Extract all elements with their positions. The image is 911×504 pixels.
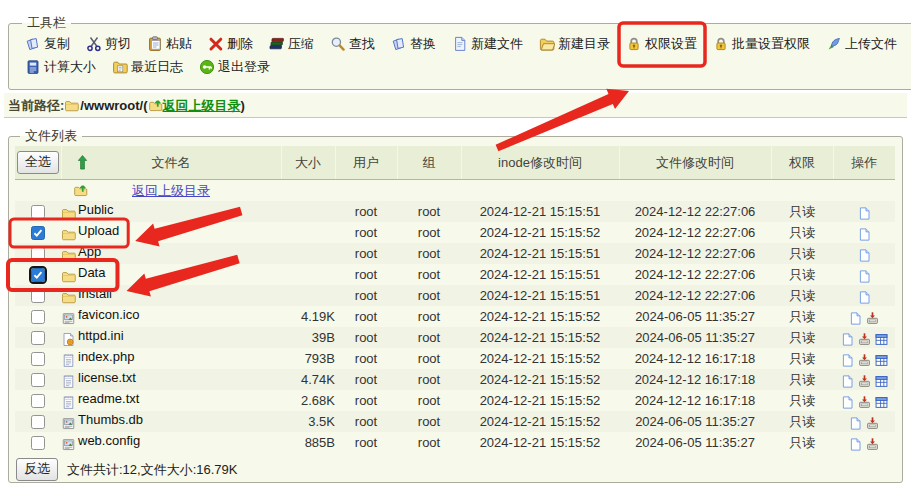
download-icon-web.config[interactable]: [865, 437, 880, 452]
file-group: root: [397, 285, 461, 306]
empty-cell: [397, 180, 461, 202]
inode-modified-time: 2024-12-21 15:15:52: [461, 348, 619, 369]
toolbar-item-label: 新建文件: [471, 35, 523, 53]
file-group: root: [397, 306, 461, 327]
file-row-web.config: web.config885Brootroot2024-12-21 15:15:5…: [15, 432, 895, 453]
file-name-link-license.txt[interactable]: license.txt: [78, 370, 136, 385]
copy-icon-Thumbs.db[interactable]: [848, 416, 863, 431]
row-checkbox-index.php[interactable]: [31, 352, 45, 366]
copy-icon-index.php[interactable]: [840, 353, 855, 368]
checkbox-cell: [15, 306, 61, 327]
copy-icon-web.config[interactable]: [848, 437, 863, 452]
copy-icon-httpd.ini[interactable]: [840, 332, 855, 347]
row-checkbox-Upload[interactable]: [31, 226, 45, 240]
checkbox-cell: [15, 243, 61, 264]
checkbox-cell: [15, 432, 61, 453]
empty-cell: [335, 180, 397, 202]
toolbar-item-replace[interactable]: 替换: [391, 35, 436, 53]
select-all-button[interactable]: 全选: [17, 151, 59, 174]
row-checkbox-Thumbs.db[interactable]: [31, 415, 45, 429]
file-size: [281, 243, 335, 264]
toolbar-item-paste[interactable]: 粘贴: [147, 35, 192, 53]
go-parent-directory-link[interactable]: 返回上级目录: [163, 97, 241, 115]
toolbar-item-permission-settings[interactable]: 权限设置: [626, 35, 697, 53]
edit-icon-readme.txt[interactable]: [874, 395, 889, 410]
toolbar-item-find[interactable]: 查找: [330, 35, 375, 53]
file-name-link-Thumbs.db[interactable]: Thumbs.db: [78, 412, 143, 427]
file-list-legend: 文件列表: [20, 127, 82, 145]
download-icon-Thumbs.db[interactable]: [865, 416, 880, 431]
copy-icon-favicon.ico[interactable]: [848, 311, 863, 326]
copy-icon-license.txt[interactable]: [840, 374, 855, 389]
summary-row: 反选 文件共计:12,文件大小:16.79K: [15, 458, 896, 481]
copy-icon-Public[interactable]: [857, 206, 872, 221]
file-modified-time: 2024-12-12 22:27:06: [619, 264, 771, 285]
toolbar-item-delete[interactable]: 删除: [208, 35, 253, 53]
ini-file-icon: [61, 332, 76, 347]
toolbar-row-2: 计算大小最近日志退出登录: [17, 55, 905, 78]
file-modified-time: 2024-06-05 11:35:27: [619, 306, 771, 327]
invert-select-button[interactable]: 反选: [16, 458, 58, 481]
download-icon-index.php[interactable]: [857, 353, 872, 368]
file-name-link-Install[interactable]: Install: [78, 286, 112, 301]
file-name-link-App[interactable]: App: [78, 244, 101, 259]
parent-directory-link[interactable]: 返回上级目录: [132, 183, 210, 198]
file-name-cell: license.txt: [61, 369, 281, 390]
copy-icon-App[interactable]: [857, 248, 872, 263]
row-checkbox-App[interactable]: [31, 247, 45, 261]
row-checkbox-web.config[interactable]: [31, 436, 45, 450]
toolbar-item-logout[interactable]: 退出登录: [199, 58, 270, 76]
edit-icon-httpd.ini[interactable]: [874, 332, 889, 347]
file-name-link-index.php[interactable]: index.php: [78, 349, 134, 364]
file-permission: 只读: [771, 432, 833, 453]
file-user: root: [335, 243, 397, 264]
toolbar-item-cut[interactable]: 剪切: [86, 35, 131, 53]
row-checkbox-favicon.ico[interactable]: [31, 310, 45, 324]
download-icon-favicon.ico[interactable]: [865, 311, 880, 326]
file-name-link-readme.txt[interactable]: readme.txt: [78, 391, 139, 406]
toolbar-item-batch-permissions[interactable]: 批量设置权限: [713, 35, 810, 53]
download-icon-httpd.ini[interactable]: [857, 332, 872, 347]
copy-icon-readme.txt[interactable]: [840, 395, 855, 410]
checkbox-cell: [15, 327, 61, 348]
copy-icon-Install[interactable]: [857, 290, 872, 305]
operations-cell: [833, 243, 895, 264]
download-icon-readme.txt[interactable]: [857, 395, 872, 410]
toolbar-item-upload-file[interactable]: 上传文件: [826, 35, 897, 53]
file-row-readme.txt: readme.txt2.68Krootroot2024-12-21 15:15:…: [15, 390, 895, 411]
row-checkbox-readme.txt[interactable]: [31, 394, 45, 408]
file-name-link-httpd.ini[interactable]: httpd.ini: [78, 328, 124, 343]
copy-icon-Data[interactable]: [857, 269, 872, 284]
row-checkbox-httpd.ini[interactable]: [31, 331, 45, 345]
copy-icon-Upload[interactable]: [857, 227, 872, 242]
toolbar-item-new-dir[interactable]: 新建目录: [539, 35, 610, 53]
toolbar-item-copy[interactable]: 复制: [25, 35, 70, 53]
toolbar-item-label: 新建目录: [558, 35, 610, 53]
operations-cell: [833, 432, 895, 453]
folder-up-icon: [148, 98, 163, 113]
text-file-icon: [61, 395, 76, 410]
download-icon-license.txt[interactable]: [857, 374, 872, 389]
row-checkbox-Data[interactable]: [31, 268, 45, 282]
toolbar-item-recent-logs[interactable]: 最近日志: [112, 58, 183, 76]
file-name-link-web.config[interactable]: web.config: [78, 433, 140, 448]
file-name-link-favicon.ico[interactable]: favicon.ico: [78, 307, 139, 322]
row-checkbox-Public[interactable]: [31, 205, 45, 219]
sort-up-icon[interactable]: [75, 154, 90, 171]
row-checkbox-license.txt[interactable]: [31, 373, 45, 387]
file-user: root: [335, 327, 397, 348]
file-modified-time: 2024-12-12 22:27:06: [619, 243, 771, 264]
file-row-Thumbs.db: Thumbs.db3.5Krootroot2024-12-21 15:15:52…: [15, 411, 895, 432]
empty-cell: [619, 180, 771, 202]
file-name-link-Data[interactable]: Data: [78, 265, 105, 280]
toolbar-item-calc-size[interactable]: 计算大小: [25, 58, 96, 76]
row-checkbox-Install[interactable]: [31, 289, 45, 303]
toolbar-item-compress[interactable]: 压缩: [269, 35, 314, 53]
file-size: 39B: [281, 327, 335, 348]
file-name-link-Public[interactable]: Public: [78, 202, 113, 217]
edit-icon-license.txt[interactable]: [874, 374, 889, 389]
file-name-link-Upload[interactable]: Upload: [78, 223, 119, 238]
file-table: 全选 文件名 大小 用户 组 inode修改时间 文件修改时间 权限 操作 返回…: [15, 146, 895, 453]
toolbar-item-new-file[interactable]: 新建文件: [452, 35, 523, 53]
edit-icon-index.php[interactable]: [874, 353, 889, 368]
